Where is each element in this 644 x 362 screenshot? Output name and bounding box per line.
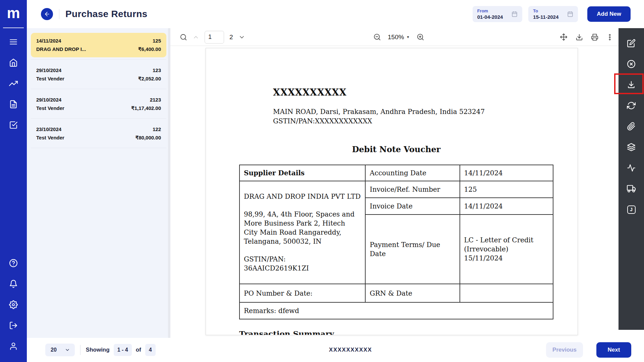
sidebar-nav-bottom — [0, 253, 27, 362]
sidebar-item-approvals[interactable] — [0, 115, 27, 135]
list-item[interactable]: 23/10/2024 122 Test Vender ₹80,000.00 — [31, 121, 166, 146]
supplier-gstin-value: 36AAICD2619K1ZI — [244, 264, 361, 273]
chevron-down-icon — [238, 34, 245, 41]
accounting-date-value: 14/11/2024 — [460, 165, 553, 181]
layers-button[interactable] — [619, 137, 644, 158]
item-vendor: Test Vender — [36, 76, 64, 81]
zoom-level-value: 150% — [388, 34, 404, 41]
print-button[interactable] — [591, 34, 598, 41]
item-date: 14/11/2024 — [36, 38, 61, 44]
help-icon — [9, 259, 18, 267]
page-size-select[interactable]: 20 — [45, 344, 75, 356]
sidebar-item-settings[interactable] — [0, 294, 27, 315]
item-number: 122 — [153, 126, 161, 132]
download-button[interactable] — [576, 34, 583, 41]
activity-button[interactable] — [619, 158, 644, 178]
chevron-down-icon — [65, 347, 70, 353]
sidebar-item-profile[interactable] — [0, 336, 27, 357]
item-vendor: Test Vender — [36, 105, 64, 111]
invoice-date-label: Invoice Date — [365, 198, 460, 215]
attachments-button[interactable] — [619, 116, 644, 137]
journal-icon: J — [627, 205, 636, 214]
sidebar-item-documents[interactable] — [0, 94, 27, 115]
back-button[interactable] — [41, 8, 53, 20]
header-actions: From 01-04-2024 To 15-11-2024 Add New — [467, 6, 631, 22]
refresh-button[interactable] — [619, 95, 644, 116]
item-number: 123 — [153, 67, 161, 73]
showing-label: Showing — [86, 347, 110, 353]
attachment-icon — [627, 122, 636, 131]
more-options-button[interactable] — [606, 34, 613, 41]
pdf-viewer: 2 150% ▼ — [170, 28, 619, 338]
pan-button[interactable] — [560, 33, 568, 41]
add-new-button[interactable]: Add New — [587, 6, 631, 22]
page-up-button[interactable] — [193, 34, 199, 41]
previous-button[interactable]: Previous — [546, 342, 583, 358]
journal-button[interactable]: J — [619, 199, 644, 220]
item-amount: ₹80,000.00 — [136, 135, 161, 141]
calendar-icon — [567, 11, 573, 17]
to-date-field[interactable]: To 15-11-2024 — [528, 6, 578, 22]
delivery-button[interactable] — [619, 178, 644, 199]
edit-button[interactable] — [619, 33, 644, 54]
page-header: Purchase Returns From 01-04-2024 To 15-1… — [27, 0, 644, 28]
of-label: of — [136, 347, 141, 353]
page-title: Purchase Returns — [65, 9, 147, 19]
page-down-button[interactable] — [238, 34, 245, 41]
item-date: 29/10/2024 — [36, 67, 61, 73]
download-document-button[interactable] — [619, 74, 644, 95]
trending-up-icon — [9, 79, 18, 88]
content-row: 14/11/2024 125 DRAG AND DROP I... ₹6,400… — [27, 28, 644, 338]
sidebar-item-help[interactable] — [0, 253, 27, 274]
app-logo[interactable]: m — [0, 0, 27, 28]
pan-icon — [560, 33, 568, 41]
payment-terms-cell: LC - Letter of Credit (Irrevocable) 15/1… — [460, 215, 553, 284]
from-date-field[interactable]: From 01-04-2024 — [473, 6, 523, 22]
sidebar-item-notifications[interactable] — [0, 274, 27, 294]
activity-icon — [627, 164, 636, 172]
zoom-level-dropdown[interactable]: 150% ▼ — [388, 34, 410, 41]
chevron-up-icon — [193, 34, 199, 41]
zoom-out-button[interactable] — [373, 33, 381, 41]
from-date-label: From — [477, 8, 503, 13]
next-button[interactable]: Next — [596, 342, 631, 358]
payment-terms-label: Payment Terms/ Due Date — [365, 215, 460, 284]
doc-company-gstin: GSTIN/PAN:XXXXXXXXXXXX — [273, 117, 372, 125]
returns-list-panel: 14/11/2024 125 DRAG AND DROP I... ₹6,400… — [27, 28, 170, 338]
doc-company-name: XXXXXXXXXX — [273, 87, 347, 98]
search-button[interactable] — [180, 34, 187, 41]
doc-section-heading: Transaction Summary — [239, 329, 334, 335]
list-item[interactable]: 29/10/2024 2123 Test Vender ₹1,17,402.00 — [31, 92, 166, 116]
list-item[interactable]: 14/11/2024 125 DRAG AND DROP I... ₹6,400… — [31, 33, 166, 57]
menu-icon — [9, 38, 18, 46]
page-size-value: 20 — [51, 347, 57, 353]
cancel-button[interactable] — [619, 54, 644, 74]
pdf-page: XXXXXXXXXX MAIN ROAD, Darsi, Prakasam, A… — [206, 48, 578, 335]
list-divider — [31, 118, 166, 119]
zoom-in-button[interactable] — [417, 33, 424, 41]
pdf-toolbar: 2 150% ▼ — [170, 28, 619, 46]
sidebar-nav-top — [0, 28, 27, 135]
header-divider — [59, 9, 59, 19]
supplier-name: DRAG AND DROP INDIA PVT LTD — [244, 192, 361, 201]
sidebar-item-home[interactable] — [0, 52, 27, 73]
page-total: 2 — [229, 34, 233, 41]
layers-icon — [627, 143, 636, 152]
sidebar-item-reports[interactable] — [0, 73, 27, 94]
list-scrollbar[interactable] — [168, 28, 170, 338]
grn-date-value — [460, 284, 553, 302]
item-amount: ₹6,400.00 — [138, 46, 161, 52]
list-divider — [31, 148, 166, 148]
page-number-input[interactable] — [205, 31, 224, 44]
zoom-out-icon — [373, 33, 381, 41]
main-column: Purchase Returns From 01-04-2024 To 15-1… — [27, 0, 644, 362]
payment-terms-value: LC - Letter of Credit (Irrevocable) — [464, 236, 549, 254]
item-vendor: DRAG AND DROP I... — [36, 46, 86, 52]
app-root: m — [0, 0, 644, 362]
sidebar-item-logout[interactable] — [0, 315, 27, 336]
sidebar-item-menu[interactable] — [0, 32, 27, 52]
list-item[interactable]: 29/10/2024 123 Test Vender ₹2,052.00 — [31, 62, 166, 87]
footer-center-text: XXXXXXXXXX — [329, 347, 372, 353]
settings-icon — [9, 300, 18, 309]
pdf-page-area[interactable]: XXXXXXXXXX MAIN ROAD, Darsi, Prakasam, A… — [170, 46, 619, 338]
